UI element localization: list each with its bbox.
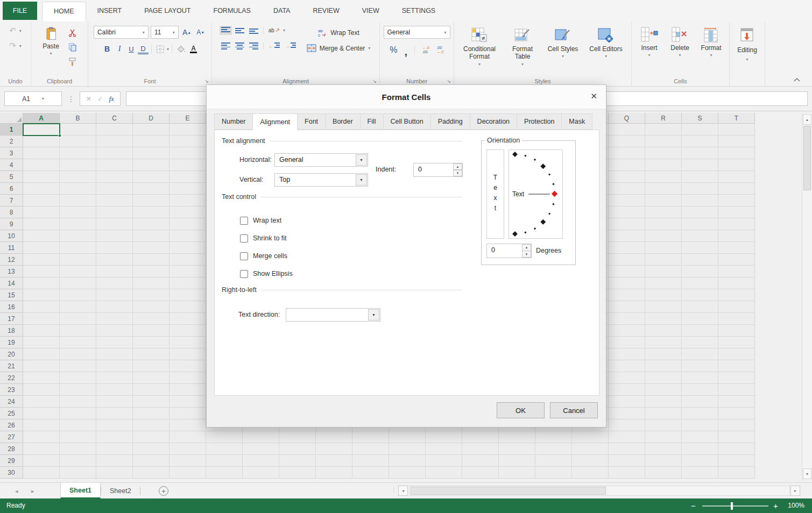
cell-E13[interactable]: [170, 266, 206, 277]
cell-G30[interactable]: [243, 467, 279, 479]
row-header-17[interactable]: 17: [0, 313, 23, 325]
cell-T1[interactable]: [718, 124, 755, 136]
cell-A28[interactable]: [23, 443, 60, 455]
cell-C19[interactable]: [96, 337, 133, 348]
cell-B12[interactable]: [60, 254, 96, 266]
cell-B13[interactable]: [60, 266, 96, 277]
row-header-2[interactable]: 2: [0, 136, 23, 147]
merge-center-button[interactable]: Merge & Center ▾: [305, 43, 372, 53]
indent-up-icon[interactable]: ▲: [453, 163, 462, 170]
cell-R13[interactable]: [645, 266, 682, 277]
cell-F27[interactable]: [206, 431, 243, 443]
cell-J29[interactable]: [352, 455, 389, 467]
zoom-out-icon[interactable]: −: [691, 498, 696, 513]
cell-T21[interactable]: [718, 360, 755, 372]
cell-H29[interactable]: [279, 455, 316, 467]
checkbox-row-wrap-text[interactable]: Wrap text: [240, 215, 281, 226]
scroll-left-icon[interactable]: ◂: [398, 486, 408, 496]
cell-D2[interactable]: [133, 136, 170, 147]
cell-T2[interactable]: [718, 136, 755, 147]
cell-B21[interactable]: [60, 360, 96, 372]
align-bottom-icon[interactable]: [248, 26, 260, 35]
active-cell-selection[interactable]: [23, 123, 60, 136]
row-header-10[interactable]: 10: [0, 230, 23, 242]
cell-P30[interactable]: [572, 467, 609, 479]
degrees-down-icon[interactable]: ▼: [522, 251, 531, 258]
cut-icon[interactable]: [67, 28, 79, 38]
cell-Q17[interactable]: [609, 313, 645, 325]
cell-E16[interactable]: [170, 301, 206, 313]
row-header-18[interactable]: 18: [0, 325, 23, 337]
cell-E30[interactable]: [170, 467, 206, 479]
cell-C17[interactable]: [96, 313, 133, 325]
cell-T24[interactable]: [718, 396, 755, 408]
cell-T13[interactable]: [718, 266, 755, 277]
cell-T12[interactable]: [718, 254, 755, 266]
cell-B24[interactable]: [60, 396, 96, 408]
horizontal-scroll-thumb[interactable]: [411, 487, 606, 495]
cell-B4[interactable]: [60, 159, 96, 171]
row-header-8[interactable]: 8: [0, 206, 23, 218]
cell-A7[interactable]: [23, 195, 60, 206]
cell-D10[interactable]: [133, 230, 170, 242]
cell-D5[interactable]: [133, 171, 170, 183]
cell-K29[interactable]: [389, 455, 426, 467]
cell-C25[interactable]: [96, 408, 133, 419]
cell-E14[interactable]: [170, 277, 206, 289]
cell-M28[interactable]: [462, 443, 499, 455]
column-header-E[interactable]: E: [170, 113, 206, 124]
cell-Q2[interactable]: [609, 136, 645, 147]
cell-Q30[interactable]: [609, 467, 645, 479]
cell-R8[interactable]: [645, 206, 682, 218]
row-header-4[interactable]: 4: [0, 159, 23, 171]
cell-C30[interactable]: [96, 467, 133, 479]
degrees-up-icon[interactable]: ▲: [522, 244, 531, 251]
cell-T19[interactable]: [718, 337, 755, 348]
cell-P27[interactable]: [572, 431, 609, 443]
cell-C16[interactable]: [96, 301, 133, 313]
vertical-scrollbar[interactable]: ▴ ▾: [802, 113, 811, 480]
orientation-dial[interactable]: Text: [509, 149, 563, 239]
cell-B28[interactable]: [60, 443, 96, 455]
cell-B8[interactable]: [60, 206, 96, 218]
cell-D8[interactable]: [133, 206, 170, 218]
cell-C6[interactable]: [96, 183, 133, 195]
cell-S28[interactable]: [682, 443, 718, 455]
cell-R29[interactable]: [645, 455, 682, 467]
cell-E26[interactable]: [170, 419, 206, 431]
cell-J28[interactable]: [352, 443, 389, 455]
cell-Q22[interactable]: [609, 372, 645, 384]
italic-button[interactable]: I: [114, 44, 125, 54]
cell-E21[interactable]: [170, 360, 206, 372]
cell-P28[interactable]: [572, 443, 609, 455]
cell-R19[interactable]: [645, 337, 682, 348]
cell-Q18[interactable]: [609, 325, 645, 337]
borders-icon[interactable]: [154, 44, 166, 54]
orientation-vertical-text-box[interactable]: Text: [486, 149, 504, 239]
cell-T8[interactable]: [718, 206, 755, 218]
sheet-tab-sheet1[interactable]: Sheet1: [60, 483, 101, 499]
cell-A11[interactable]: [23, 242, 60, 254]
cell-I29[interactable]: [316, 455, 352, 467]
cell-S11[interactable]: [682, 242, 718, 254]
row-header-29[interactable]: 29: [0, 455, 23, 467]
cell-C26[interactable]: [96, 419, 133, 431]
increase-font-icon[interactable]: A▲: [181, 27, 193, 38]
align-center-icon[interactable]: [234, 41, 246, 51]
sheet-nav-next-icon[interactable]: ▸: [31, 483, 34, 499]
cell-D3[interactable]: [133, 147, 170, 159]
ribbon-tab-formulas[interactable]: FORMULAS: [202, 0, 262, 22]
cell-D14[interactable]: [133, 277, 170, 289]
cell-R28[interactable]: [645, 443, 682, 455]
font-dialog-launcher-icon[interactable]: ↘: [204, 79, 209, 84]
cell-C22[interactable]: [96, 372, 133, 384]
cell-E12[interactable]: [170, 254, 206, 266]
cell-S18[interactable]: [682, 325, 718, 337]
cell-R21[interactable]: [645, 360, 682, 372]
cell-O30[interactable]: [535, 467, 572, 479]
insert-function-icon[interactable]: fx: [109, 95, 114, 103]
cell-Q7[interactable]: [609, 195, 645, 206]
checkbox-show-ellipsis[interactable]: [240, 270, 248, 278]
cell-R25[interactable]: [645, 408, 682, 419]
cell-C29[interactable]: [96, 455, 133, 467]
